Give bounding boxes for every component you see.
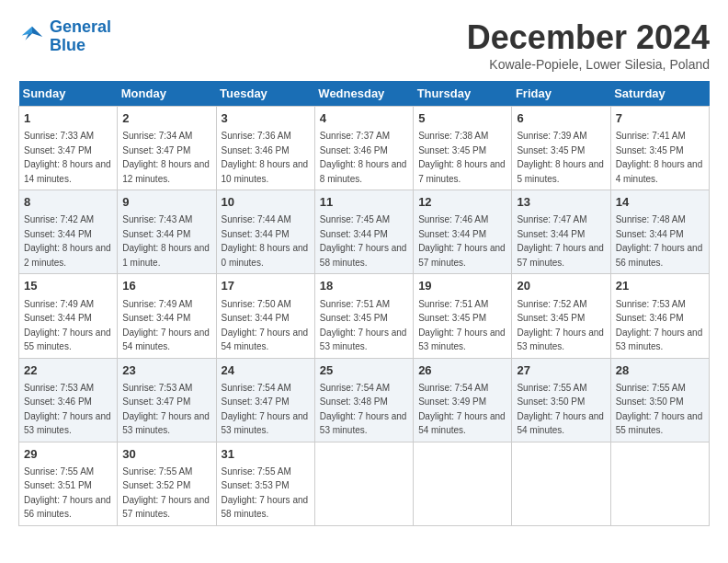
col-wednesday: Wednesday: [314, 81, 413, 107]
day-number: 10: [222, 194, 310, 211]
calendar-cell: 10 Sunrise: 7:44 AMSunset: 3:44 PMDaylig…: [216, 190, 314, 274]
day-info: Sunrise: 7:53 AMSunset: 3:46 PMDaylight:…: [24, 383, 111, 436]
calendar-cell: 13 Sunrise: 7:47 AMSunset: 3:44 PMDaylig…: [512, 190, 610, 274]
day-info: Sunrise: 7:37 AMSunset: 3:46 PMDaylight:…: [320, 131, 407, 184]
day-number: 8: [24, 194, 112, 211]
day-number: 16: [122, 278, 210, 294]
calendar-cell: 22 Sunrise: 7:53 AMSunset: 3:46 PMDaylig…: [19, 358, 118, 442]
day-number: 9: [122, 194, 210, 211]
calendar-cell: 17 Sunrise: 7:50 AMSunset: 3:44 PMDaylig…: [216, 274, 314, 358]
calendar-cell: 23 Sunrise: 7:53 AMSunset: 3:47 PMDaylig…: [118, 358, 216, 442]
day-number: 1: [24, 110, 112, 127]
calendar-cell: 6 Sunrise: 7:39 AMSunset: 3:45 PMDayligh…: [512, 107, 610, 190]
day-info: Sunrise: 7:33 AMSunset: 3:47 PMDaylight:…: [24, 131, 111, 184]
logo-text: General Blue: [50, 18, 111, 55]
calendar-week-row: 15 Sunrise: 7:49 AMSunset: 3:44 PMDaylig…: [19, 274, 710, 358]
day-number: 22: [24, 362, 112, 379]
day-info: Sunrise: 7:34 AMSunset: 3:47 PMDaylight:…: [122, 131, 210, 184]
day-info: Sunrise: 7:39 AMSunset: 3:45 PMDaylight:…: [517, 131, 604, 184]
day-number: 6: [517, 110, 605, 127]
day-info: Sunrise: 7:54 AMSunset: 3:48 PMDaylight:…: [320, 383, 407, 436]
day-number: 19: [418, 278, 506, 294]
calendar-cell: 9 Sunrise: 7:43 AMSunset: 3:44 PMDayligh…: [118, 190, 216, 274]
day-info: Sunrise: 7:51 AMSunset: 3:45 PMDaylight:…: [418, 299, 506, 352]
col-saturday: Saturday: [610, 81, 709, 107]
day-number: 7: [616, 110, 704, 127]
day-info: Sunrise: 7:51 AMSunset: 3:45 PMDaylight:…: [320, 299, 407, 352]
calendar-header-row: Sunday Monday Tuesday Wednesday Thursday…: [19, 81, 710, 107]
day-info: Sunrise: 7:55 AMSunset: 3:51 PMDaylight:…: [24, 466, 111, 520]
calendar-cell: [314, 442, 413, 525]
title-block: December 2024 Kowale-Popiele, Lower Sile…: [467, 18, 710, 72]
day-number: 15: [24, 278, 112, 294]
day-number: 12: [418, 194, 506, 211]
day-info: Sunrise: 7:46 AMSunset: 3:44 PMDaylight:…: [418, 214, 506, 268]
day-info: Sunrise: 7:49 AMSunset: 3:44 PMDaylight:…: [24, 299, 111, 352]
calendar-cell: 4 Sunrise: 7:37 AMSunset: 3:46 PMDayligh…: [314, 107, 413, 190]
day-info: Sunrise: 7:53 AMSunset: 3:47 PMDaylight:…: [122, 383, 210, 436]
day-number: 26: [418, 362, 506, 379]
calendar-cell: 11 Sunrise: 7:45 AMSunset: 3:44 PMDaylig…: [314, 190, 413, 274]
logo-line1: General: [50, 17, 111, 36]
col-friday: Friday: [512, 81, 610, 107]
day-info: Sunrise: 7:43 AMSunset: 3:44 PMDaylight:…: [122, 214, 210, 268]
day-info: Sunrise: 7:50 AMSunset: 3:44 PMDaylight:…: [222, 299, 309, 352]
calendar-cell: 2 Sunrise: 7:34 AMSunset: 3:47 PMDayligh…: [118, 107, 216, 190]
day-info: Sunrise: 7:42 AMSunset: 3:44 PMDaylight:…: [24, 214, 111, 268]
col-monday: Monday: [118, 81, 216, 107]
calendar-cell: 5 Sunrise: 7:38 AMSunset: 3:45 PMDayligh…: [414, 107, 512, 190]
calendar-cell: 14 Sunrise: 7:48 AMSunset: 3:44 PMDaylig…: [610, 190, 709, 274]
day-number: 31: [222, 446, 310, 463]
day-info: Sunrise: 7:55 AMSunset: 3:50 PMDaylight:…: [517, 383, 604, 436]
logo-line2: Blue: [50, 36, 85, 54]
day-number: 29: [24, 446, 112, 463]
calendar-cell: 24 Sunrise: 7:54 AMSunset: 3:47 PMDaylig…: [216, 358, 314, 442]
day-number: 4: [320, 110, 408, 127]
day-info: Sunrise: 7:55 AMSunset: 3:52 PMDaylight:…: [122, 466, 210, 520]
calendar-cell: 1 Sunrise: 7:33 AMSunset: 3:47 PMDayligh…: [19, 107, 118, 190]
calendar-week-row: 1 Sunrise: 7:33 AMSunset: 3:47 PMDayligh…: [19, 107, 710, 190]
day-info: Sunrise: 7:54 AMSunset: 3:49 PMDaylight:…: [418, 383, 506, 436]
calendar-cell: 31 Sunrise: 7:55 AMSunset: 3:53 PMDaylig…: [216, 442, 314, 525]
day-info: Sunrise: 7:54 AMSunset: 3:47 PMDaylight:…: [222, 383, 309, 436]
day-info: Sunrise: 7:41 AMSunset: 3:45 PMDaylight:…: [616, 131, 703, 184]
calendar-cell: 21 Sunrise: 7:53 AMSunset: 3:46 PMDaylig…: [610, 274, 709, 358]
calendar-cell: 8 Sunrise: 7:42 AMSunset: 3:44 PMDayligh…: [19, 190, 118, 274]
day-info: Sunrise: 7:53 AMSunset: 3:46 PMDaylight:…: [616, 299, 703, 352]
day-number: 3: [222, 110, 310, 127]
calendar-table: Sunday Monday Tuesday Wednesday Thursday…: [18, 81, 710, 526]
day-number: 2: [122, 110, 210, 127]
calendar-cell: [512, 442, 610, 525]
day-number: 14: [616, 194, 704, 211]
day-number: 17: [222, 278, 310, 294]
calendar-week-row: 8 Sunrise: 7:42 AMSunset: 3:44 PMDayligh…: [19, 190, 710, 274]
day-info: Sunrise: 7:36 AMSunset: 3:46 PMDaylight:…: [222, 131, 309, 184]
day-number: 27: [517, 362, 605, 379]
calendar-cell: 20 Sunrise: 7:52 AMSunset: 3:45 PMDaylig…: [512, 274, 610, 358]
day-number: 11: [320, 194, 408, 211]
calendar-cell: 26 Sunrise: 7:54 AMSunset: 3:49 PMDaylig…: [414, 358, 512, 442]
day-number: 23: [122, 362, 210, 379]
day-info: Sunrise: 7:52 AMSunset: 3:45 PMDaylight:…: [517, 299, 604, 352]
calendar-cell: 15 Sunrise: 7:49 AMSunset: 3:44 PMDaylig…: [19, 274, 118, 358]
calendar-cell: [610, 442, 709, 525]
day-info: Sunrise: 7:48 AMSunset: 3:44 PMDaylight:…: [616, 214, 703, 268]
day-number: 21: [616, 278, 704, 294]
day-info: Sunrise: 7:38 AMSunset: 3:45 PMDaylight:…: [418, 131, 506, 184]
calendar-cell: 3 Sunrise: 7:36 AMSunset: 3:46 PMDayligh…: [216, 107, 314, 190]
day-number: 30: [122, 446, 210, 463]
col-thursday: Thursday: [414, 81, 512, 107]
calendar-cell: 30 Sunrise: 7:55 AMSunset: 3:52 PMDaylig…: [118, 442, 216, 525]
day-number: 24: [222, 362, 310, 379]
day-info: Sunrise: 7:47 AMSunset: 3:44 PMDaylight:…: [517, 214, 604, 268]
calendar-cell: 29 Sunrise: 7:55 AMSunset: 3:51 PMDaylig…: [19, 442, 118, 525]
calendar-cell: [414, 442, 512, 525]
calendar-week-row: 22 Sunrise: 7:53 AMSunset: 3:46 PMDaylig…: [19, 358, 710, 442]
day-number: 20: [517, 278, 605, 294]
calendar-cell: 28 Sunrise: 7:55 AMSunset: 3:50 PMDaylig…: [610, 358, 709, 442]
day-number: 25: [320, 362, 408, 379]
calendar-cell: 7 Sunrise: 7:41 AMSunset: 3:45 PMDayligh…: [610, 107, 709, 190]
day-number: 13: [517, 194, 605, 211]
day-number: 28: [616, 362, 704, 379]
day-info: Sunrise: 7:55 AMSunset: 3:50 PMDaylight:…: [616, 383, 703, 436]
